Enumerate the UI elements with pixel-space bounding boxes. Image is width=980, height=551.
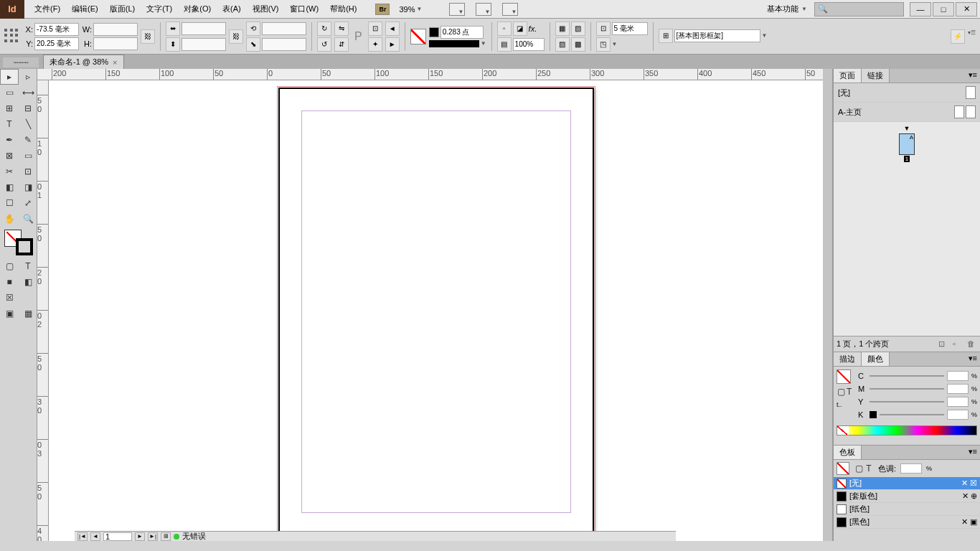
preview-view-icon[interactable]: ▦	[19, 306, 37, 321]
selection-tool[interactable]: ▸	[0, 69, 19, 85]
type-tool[interactable]: T	[0, 116, 19, 132]
menu-file[interactable]: 文件(F)	[30, 1, 65, 17]
hand-tool[interactable]: ✋	[0, 211, 19, 227]
help-search-input[interactable]: 🔍	[814, 2, 904, 17]
fill-swatch[interactable]	[410, 29, 426, 44]
tint-input[interactable]	[900, 463, 922, 474]
rotate-cw-icon[interactable]: ↻	[317, 22, 331, 36]
stroke-swatch[interactable]	[429, 27, 439, 37]
magenta-slider[interactable]	[870, 388, 944, 390]
apply-none-icon[interactable]: ☒	[0, 290, 19, 306]
next-page-button[interactable]: ►	[135, 532, 145, 541]
gradient-swatch-tool[interactable]: ◧	[0, 179, 19, 195]
x-input[interactable]	[34, 23, 79, 36]
links-panel-tab[interactable]: 链接	[862, 69, 890, 83]
swatch-text-icon[interactable]: T	[864, 463, 874, 474]
line-tool[interactable]: ╲	[19, 116, 37, 132]
h-input[interactable]	[93, 37, 138, 50]
formatting-text-icon[interactable]: T	[19, 258, 37, 274]
reference-point-grid[interactable]	[4, 29, 20, 44]
quick-apply-icon[interactable]: ⚡	[951, 29, 965, 44]
scale-y-input[interactable]	[182, 38, 226, 51]
swatches-panel-menu-icon[interactable]: ▾≡	[966, 446, 980, 459]
color-container-icon[interactable]: ▢	[837, 387, 846, 397]
window-minimize-button[interactable]: —	[910, 2, 931, 17]
document-tab[interactable]: 未命名-1 @ 38% ×	[43, 55, 124, 69]
pen-tool[interactable]: ✒	[0, 132, 19, 148]
w-input[interactable]	[93, 23, 138, 36]
panel-menu-icon[interactable]: ▾≡	[966, 69, 980, 83]
stroke-style-dropdown[interactable]	[429, 40, 479, 47]
pencil-tool[interactable]: ✎	[19, 132, 37, 148]
apply-color-icon[interactable]: ■	[0, 274, 19, 290]
menu-type[interactable]: 文字(T)	[142, 1, 176, 17]
swatch-none-row[interactable]: [无] ✕☒	[834, 477, 980, 490]
fx-menu-icon[interactable]: fx.	[529, 24, 537, 33]
black-input[interactable]	[947, 410, 969, 420]
cyan-slider[interactable]	[870, 375, 944, 377]
zoom-dropdown[interactable]: 39% ▼	[397, 4, 424, 15]
stroke-weight-input[interactable]: 0.283 点	[440, 26, 484, 39]
tab-close-icon[interactable]: ×	[113, 58, 117, 67]
color-text-icon[interactable]: T	[846, 387, 852, 397]
last-page-button[interactable]: ►|	[148, 532, 158, 541]
wrap-jump-icon[interactable]: ▩	[571, 37, 585, 52]
menu-edit[interactable]: 编辑(E)	[67, 1, 103, 17]
magenta-input[interactable]	[947, 384, 969, 394]
first-page-button[interactable]: |◄	[77, 532, 88, 541]
wrap-none-icon[interactable]: ▦	[555, 22, 570, 36]
view-options-button[interactable]: ▼	[449, 3, 465, 16]
select-next-icon[interactable]: ►	[385, 37, 400, 52]
cyan-input[interactable]	[947, 371, 969, 381]
constrain-scale-icon[interactable]: ⛓	[229, 29, 243, 44]
rotate-ccw-icon[interactable]: ↺	[317, 37, 331, 52]
arrange-docs-button[interactable]: ▼	[502, 3, 518, 16]
normal-view-icon[interactable]: ▣	[0, 306, 19, 321]
stroke-panel-tab[interactable]: 描边	[834, 352, 862, 366]
shear-input[interactable]	[262, 38, 306, 51]
flip-v-icon[interactable]: ⇵	[334, 37, 349, 52]
window-maximize-button[interactable]: □	[933, 2, 954, 17]
swatch-paper-row[interactable]: [纸色]	[834, 503, 980, 516]
scale-x-input[interactable]	[182, 22, 226, 35]
opacity-input[interactable]: 100%	[513, 38, 545, 51]
free-transform-tool[interactable]: ⊡	[19, 164, 37, 179]
page-spread[interactable]	[278, 88, 594, 536]
pages-panel-tab[interactable]: 页面	[834, 69, 862, 83]
menu-table[interactable]: 表(A)	[218, 1, 245, 17]
tools-grip[interactable]: ┈┈┈	[3, 57, 39, 67]
drop-shadow-icon[interactable]: ◪	[513, 22, 527, 36]
y-input[interactable]	[34, 37, 79, 50]
page-number-input[interactable]	[103, 532, 132, 541]
preflight-status-icon[interactable]	[174, 534, 179, 540]
content-placer-tool[interactable]: ⊟	[19, 100, 37, 116]
flip-h-icon[interactable]: ⇋	[334, 22, 349, 36]
yellow-slider[interactable]	[870, 401, 944, 402]
scissors-tool[interactable]: ✂	[0, 164, 19, 179]
color-panel-tab[interactable]: 颜色	[862, 352, 890, 366]
direct-selection-tool[interactable]: ▹	[19, 69, 37, 85]
open-pages-button[interactable]: ⊞	[161, 532, 171, 541]
horizontal-ruler[interactable]: 2001501005005010015020025030035040045050	[37, 69, 823, 80]
swatch-fill-proxy[interactable]	[837, 462, 849, 475]
yellow-input[interactable]	[947, 397, 969, 407]
page-tool[interactable]: ▭	[0, 85, 19, 100]
document-canvas[interactable]	[49, 80, 823, 541]
bridge-icon[interactable]: Br	[375, 4, 390, 15]
crop-amount-input[interactable]: 5 毫米	[612, 22, 648, 35]
gradient-feather-tool[interactable]: ◨	[19, 179, 37, 195]
edit-page-size-icon[interactable]: ⊡	[938, 339, 948, 349]
note-tool[interactable]: ☐	[0, 195, 19, 211]
panel-collapse-strip[interactable]	[823, 69, 833, 541]
menu-window[interactable]: 窗口(W)	[286, 1, 323, 17]
gap-tool[interactable]: ⟷	[19, 85, 37, 100]
prev-page-button[interactable]: ◄	[90, 532, 100, 541]
wrap-bbox-icon[interactable]: ▧	[571, 22, 585, 36]
pages-thumbnails-area[interactable]: ▼ A 1	[834, 122, 980, 336]
master-a-row[interactable]: A-主页	[834, 103, 980, 122]
swatches-panel-tab[interactable]: 色板	[834, 446, 862, 459]
fx-icon[interactable]: ▫	[497, 22, 512, 36]
fill-stroke-proxy[interactable]	[4, 230, 33, 255]
vertical-ruler[interactable]: 50100150200250300350400	[37, 80, 49, 541]
delete-page-icon[interactable]: 🗑	[967, 339, 977, 349]
